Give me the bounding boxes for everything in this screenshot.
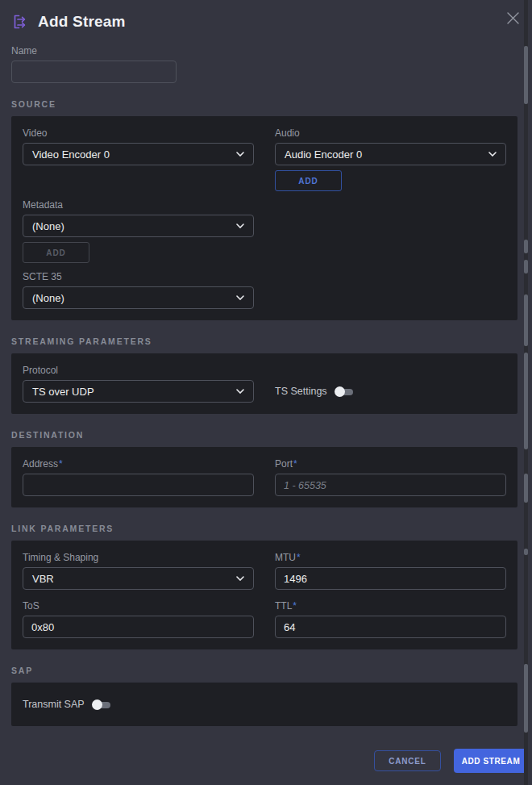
transmit-sap-group: Transmit SAP (23, 699, 506, 710)
dialog-title: Add Stream (38, 13, 126, 31)
protocol-field-group: Protocol TS over UDP (23, 365, 254, 403)
link-section-title: LINK PARAMETERS (11, 524, 517, 534)
scrollbar-thumb[interactable] (524, 46, 528, 104)
source-panel: Video Video Encoder 0 Audio Audio Encode… (11, 116, 517, 320)
address-label-text: Address (23, 458, 58, 470)
chevron-down-icon (236, 223, 244, 228)
metadata-select-value: (None) (32, 220, 64, 232)
tos-field-group: ToS (23, 600, 254, 638)
add-stream-icon (11, 13, 29, 31)
mtu-label: MTU* (275, 552, 506, 563)
scrollbar-thumb[interactable] (524, 664, 528, 733)
port-label-text: Port (275, 458, 293, 470)
scrollbar-thumb[interactable] (524, 260, 528, 273)
source-section-title: SOURCE (11, 99, 517, 110)
metadata-label: Metadata (23, 199, 254, 211)
toggle-knob (92, 699, 102, 710)
streaming-section-title: STREAMING PARAMETERS (11, 336, 517, 347)
sap-section-title: SAP (11, 666, 517, 676)
close-button[interactable] (502, 8, 523, 29)
cancel-button[interactable]: CANCEL (374, 750, 441, 771)
ttl-label-text: TTL (275, 600, 292, 612)
add-audio-button[interactable]: ADD (275, 170, 342, 191)
required-asterisk: * (297, 552, 301, 563)
name-label: Name (11, 45, 177, 56)
timing-select[interactable]: VBR (23, 567, 254, 590)
port-field-group: Port* (275, 458, 506, 496)
scte35-select-value: (None) (32, 292, 64, 304)
destination-panel: Address* Port* (11, 447, 517, 507)
mtu-field-group: MTU* (275, 552, 506, 590)
timing-select-value: VBR (32, 573, 54, 585)
chevron-down-icon (488, 152, 497, 157)
address-label: Address* (23, 458, 254, 470)
scrollbar-thumb[interactable] (524, 294, 528, 346)
ttl-label: TTL* (275, 600, 506, 612)
name-field-group: Name (11, 45, 177, 83)
streaming-panel: Protocol TS over UDP TS Settings (11, 353, 517, 414)
port-input[interactable] (275, 474, 506, 496)
scrollbar-thumb[interactable] (524, 240, 528, 253)
video-select[interactable]: Video Encoder 0 (23, 143, 254, 165)
protocol-select[interactable]: TS over UDP (23, 380, 254, 403)
protocol-label: Protocol (23, 365, 254, 376)
audio-select-value: Audio Encoder 0 (285, 148, 362, 161)
required-asterisk: * (293, 458, 297, 470)
transmit-sap-label: Transmit SAP (23, 699, 85, 710)
add-stream-button[interactable]: ADD STREAM (454, 749, 528, 773)
name-input[interactable] (11, 61, 177, 83)
chevron-down-icon (236, 576, 244, 581)
scrollbar-thumb[interactable] (524, 353, 528, 449)
ttl-input[interactable] (275, 616, 506, 638)
ts-settings-toggle[interactable] (335, 386, 353, 397)
link-panel: Timing & Shaping VBR MTU* ToS TTL* (11, 541, 517, 649)
scte35-select[interactable]: (None) (23, 286, 254, 309)
scte35-label: SCTE 35 (23, 271, 254, 282)
port-label: Port* (275, 458, 506, 470)
close-icon (506, 11, 520, 25)
ts-settings-group: TS Settings (275, 386, 506, 397)
mtu-label-text: MTU (275, 552, 296, 563)
ttl-field-group: TTL* (275, 600, 506, 638)
chevron-down-icon (236, 295, 244, 300)
chevron-down-icon (236, 389, 244, 394)
dialog-header: Add Stream (11, 11, 517, 32)
address-input[interactable] (23, 474, 254, 496)
sap-panel: Transmit SAP (11, 683, 517, 726)
tos-input[interactable] (23, 616, 254, 638)
metadata-field-group: Metadata (None) ADD (23, 199, 254, 263)
toggle-knob (335, 386, 345, 397)
mtu-input[interactable] (275, 567, 506, 590)
tos-label: ToS (23, 600, 254, 612)
protocol-select-value: TS over UDP (32, 386, 94, 398)
required-asterisk: * (59, 458, 63, 470)
audio-label: Audio (275, 127, 506, 139)
video-select-value: Video Encoder 0 (32, 148, 110, 161)
destination-section-title: DESTINATION (11, 430, 517, 441)
address-field-group: Address* (23, 458, 254, 496)
audio-field-group: Audio Audio Encoder 0 ADD (275, 127, 506, 191)
scrollbar-thumb[interactable] (524, 549, 528, 555)
add-metadata-button[interactable]: ADD (23, 242, 89, 263)
required-asterisk: * (293, 600, 297, 612)
video-label: Video (23, 127, 254, 139)
transmit-sap-toggle[interactable] (92, 699, 110, 710)
scrollbar-thumb[interactable] (524, 474, 528, 503)
timing-field-group: Timing & Shaping VBR (23, 552, 254, 590)
timing-label: Timing & Shaping (23, 552, 254, 563)
ts-settings-label: TS Settings (275, 386, 327, 397)
scrollbar[interactable] (524, 0, 528, 785)
dialog-footer: CANCEL ADD STREAM (0, 749, 528, 773)
audio-select[interactable]: Audio Encoder 0 (275, 143, 506, 165)
metadata-select[interactable]: (None) (23, 215, 254, 237)
chevron-down-icon (236, 152, 244, 157)
scte35-field-group: SCTE 35 (None) (23, 271, 254, 309)
video-field-group: Video Video Encoder 0 (23, 127, 254, 191)
add-stream-dialog: Add Stream Name SOURCE Video Video Encod… (11, 11, 517, 726)
